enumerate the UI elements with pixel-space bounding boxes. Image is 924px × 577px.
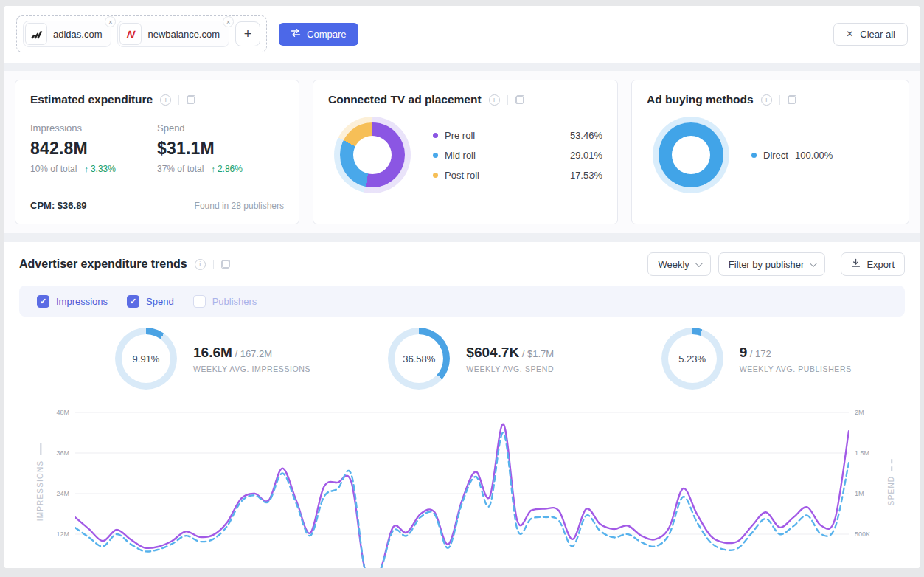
add-domain-button[interactable]: + [235,21,260,46]
compare-icon [291,28,301,40]
summary-cards-row: Estimated expenditure i Impressions 842.… [4,71,920,233]
spend-change: 2.86% [211,164,243,174]
ctv-placement-legend: Pre roll 53.46% Mid roll 29.01% Post rol… [433,125,602,185]
legend-dot [433,133,438,138]
ctv-placement-card: Connected TV ad placement i Pre roll 53.… [313,80,618,224]
copy-icon[interactable] [187,95,195,104]
domain-chip-label: newbalance.com [147,29,220,40]
download-icon [851,258,861,270]
checkbox-icon [37,295,49,308]
section-divider [4,233,920,242]
export-button[interactable]: Export [841,252,905,276]
toggle-publishers[interactable]: Publishers [193,295,257,308]
cpm-value: CPM: $36.89 [30,200,87,211]
trend-chart-plot[interactable] [75,395,849,568]
legend-item: Mid roll 29.01% [433,145,602,165]
expenditure-trends-section: Advertiser expenditure trends i Weekly F… [4,242,920,568]
series-toggle-bar: Impressions Spend Publishers [19,286,905,317]
impressions-gauge: 9.91% [115,328,177,390]
chevron-down-icon [810,260,817,267]
publishers-note: Found in 28 publishers [195,201,284,211]
legend-dot [433,173,438,178]
spend-metric: Spend $31.1M 37% of total 2.86% [157,122,284,174]
remove-chip-icon[interactable]: × [223,16,234,27]
solid-line-sample [41,443,42,455]
copy-icon[interactable] [221,260,230,269]
domain-chip-newbalance[interactable]: N newbalance.com × [117,21,229,47]
checkbox-icon [127,295,139,308]
domain-chip-container: adidas.com × N newbalance.com × + [16,15,267,52]
checkbox-icon [193,295,206,308]
page-background: adidas.com × N newbalance.com × + Compar… [0,0,924,577]
toggle-spend[interactable]: Spend [127,295,174,308]
clear-all-label: Clear all [860,29,895,40]
impressions-axis: IMPRESSIONS 48M 36M 24M 12M [19,395,75,568]
ad-buying-legend: Direct 100.00% [751,150,833,161]
estimated-expenditure-card: Estimated expenditure i Impressions 842.… [15,80,299,224]
compare-button[interactable]: Compare [279,23,358,46]
info-icon[interactable]: i [195,259,206,270]
divider [833,258,833,271]
period-dropdown[interactable]: Weekly [647,252,710,276]
ad-buying-donut [653,117,729,193]
trends-title: Advertiser expenditure trends [19,258,187,271]
toggle-impressions[interactable]: Impressions [37,295,108,308]
legend-item: Pre roll 53.46% [433,125,602,145]
newbalance-logo: N [119,23,142,45]
ad-buying-card: Ad buying methods i Direct 100.00% [631,80,909,224]
domain-chip-adidas[interactable]: adidas.com × [23,21,111,47]
card-title: Ad buying methods [647,93,754,106]
legend-dot [433,153,438,158]
adidas-logo [25,23,47,45]
weekly-average-stats: 9.91% 16.6M167.2M WEEKLY AVG. IMPRESSION… [19,317,905,393]
copy-icon[interactable] [515,95,524,104]
impressions-change: 3.33% [84,164,116,174]
spend-value: $31.1M [157,139,284,159]
remove-chip-icon[interactable]: × [105,16,116,27]
info-icon[interactable]: i [489,94,500,106]
info-icon[interactable]: i [761,94,772,106]
impressions-label: Impressions [30,122,157,134]
card-title: Connected TV ad placement [328,93,482,106]
impressions-gauge-stat: 9.91% 16.6M167.2M WEEKLY AVG. IMPRESSION… [63,328,336,390]
divider [779,95,780,105]
spend-axis: SPEND 2M 1.5M 1M 500K [849,395,905,568]
publisher-filter-dropdown[interactable]: Filter by publisher [718,252,826,276]
close-icon: ✕ [846,29,853,39]
ctv-placement-donut [334,117,411,193]
comparison-toolbar: adidas.com × N newbalance.com × + Compar… [4,6,920,63]
legend-dot [751,153,757,158]
domain-chip-label: adidas.com [53,29,102,40]
divider [178,95,179,105]
spend-gauge-stat: 36.58% $604.7K$1.7M WEEKLY AVG. SPEND [336,328,609,390]
card-title: Estimated expenditure [30,93,153,106]
legend-item: Post roll 17.53% [433,165,602,185]
divider [507,95,508,105]
copy-icon[interactable] [788,95,796,104]
spend-label: Spend [157,122,284,134]
divider [213,260,214,269]
trend-chart: IMPRESSIONS 48M 36M 24M 12M SPEND 2M 1.5… [19,395,905,568]
compare-button-label: Compare [307,29,346,40]
dashboard-panel: adidas.com × N newbalance.com × + Compar… [4,6,920,568]
impressions-value: 842.8M [30,139,157,159]
publishers-gauge: 5.23% [661,328,723,390]
publishers-gauge-stat: 5.23% 9172 WEEKLY AVG. PUBLISHERS [610,328,883,390]
dashed-line-sample [892,459,893,471]
clear-all-button[interactable]: ✕ Clear all [833,23,908,46]
impressions-share: 10% of total [30,164,77,174]
chevron-down-icon [695,260,703,267]
impressions-metric: Impressions 842.8M 10% of total 3.33% [30,122,157,174]
section-divider [4,63,920,71]
spend-share: 37% of total [157,164,204,174]
info-icon[interactable]: i [160,94,171,106]
spend-gauge: 36.58% [388,328,450,390]
